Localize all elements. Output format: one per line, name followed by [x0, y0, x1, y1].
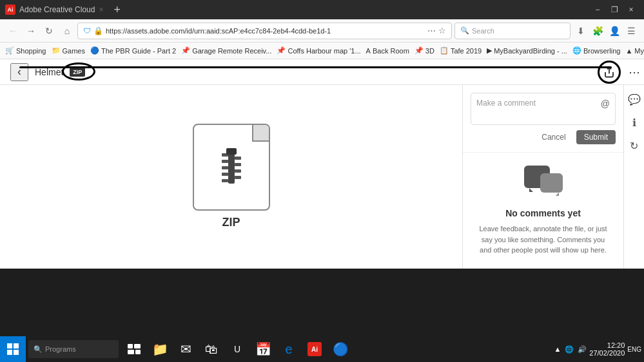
folder-icon: 📁: [52, 46, 61, 55]
svg-rect-4: [222, 166, 228, 169]
svg-rect-10: [235, 176, 241, 179]
svg-rect-15: [14, 350, 19, 355]
file-preview-area: ZIP: [0, 85, 462, 269]
address-actions: ⋯ ☆: [427, 26, 446, 35]
calendar-btn[interactable]: 📅: [250, 336, 276, 362]
forward-btn[interactable]: →: [23, 23, 39, 39]
more-addr-btn[interactable]: ⋯: [427, 26, 436, 35]
chat-icon: [524, 166, 563, 198]
new-tab-btn[interactable]: +: [107, 0, 127, 19]
bookmarks-bar: 🛒Shopping 📁Games 🔵The PBR Guide - Part 2…: [0, 43, 644, 59]
menu-btn[interactable]: ☰: [623, 23, 639, 39]
window-controls: − ❐ ×: [590, 2, 639, 17]
garage-icon: 📌: [181, 46, 190, 55]
taskbar: 🔍 Programs 📁 ✉ 🛍 U 📅 e Ai 🔵 ▲ 🌐 🔊 12:20 …: [0, 336, 644, 362]
ue4-btn[interactable]: U: [224, 336, 250, 362]
zip-file-preview: ZIP: [193, 124, 270, 229]
threed-icon: 📌: [415, 46, 424, 55]
bookmark-garage[interactable]: 📌Garage Remote Receiv...: [181, 46, 271, 55]
taskbar-search[interactable]: 🔍 Programs: [28, 340, 119, 358]
mail-btn[interactable]: ✉: [173, 336, 199, 362]
comment-input-box[interactable]: Make a comment @: [471, 93, 616, 125]
adobe-logo: Ai: [5, 5, 15, 15]
right-sidebar: 💬 ℹ ↻: [623, 85, 644, 269]
right-panel: Make a comment @ Cancel Submit No commen…: [462, 85, 623, 269]
url-text: https://assets.adobe.com/id/urn:aaid:scA…: [106, 27, 425, 35]
bookmark-tafe[interactable]: 📋Tafe 2019: [440, 46, 482, 55]
nav-right-buttons: ⬇ 🧩 👤 ☰: [573, 23, 639, 39]
close-btn[interactable]: ×: [623, 2, 639, 17]
maximize-btn[interactable]: ❐: [607, 2, 622, 17]
bookmark-3d[interactable]: 📌3D: [415, 46, 434, 55]
no-comments-area: No comments yet Leave feedback, annotate…: [463, 153, 623, 269]
svg-rect-18: [128, 350, 134, 354]
zip-file-icon: [193, 124, 270, 211]
network-icon: 🌐: [565, 345, 574, 354]
chat-bubble-2: [540, 173, 563, 193]
bookmark-coffs[interactable]: 📌Coffs Harbour map '1...: [277, 46, 360, 55]
svg-rect-17: [134, 344, 141, 348]
account-btn[interactable]: 👤: [607, 23, 622, 39]
bookmark-browserling[interactable]: 🌐Browserling: [572, 46, 620, 55]
svg-rect-19: [135, 350, 141, 354]
main-content: ZIP Make a comment @ Cancel Submit No co…: [0, 85, 644, 269]
svg-rect-8: [235, 163, 241, 166]
download-btn[interactable]: ⬇: [573, 23, 589, 39]
bookmark-backroom[interactable]: ABack Room: [366, 47, 409, 55]
up-arrow-icon[interactable]: ▲: [554, 345, 561, 353]
search-icon: 🔍: [460, 26, 469, 35]
birding-icon: ▶: [487, 46, 492, 55]
at-mention-icon: @: [601, 99, 610, 109]
highlight-annotation-line: [19, 66, 612, 68]
info-sidebar-btn[interactable]: ℹ: [625, 113, 643, 131]
content-top-bar: ‹ Helmet ZIP ⋯: [0, 59, 644, 85]
no-comments-description: Leave feedback, annotate the file, or ju…: [476, 224, 610, 256]
refresh-btn[interactable]: ↻: [41, 23, 57, 39]
bookmark-star-btn[interactable]: ☆: [438, 26, 446, 35]
browser-icon: 🌐: [572, 46, 581, 55]
bookmark-games[interactable]: 📁Games: [52, 46, 85, 55]
svg-rect-5: [222, 173, 228, 176]
blender-btn[interactable]: 🔵: [327, 336, 353, 362]
tab-close-btn[interactable]: ×: [99, 5, 103, 14]
cancel-comment-btn[interactable]: Cancel: [536, 130, 571, 144]
task-view-btn[interactable]: [121, 336, 147, 362]
submit-comment-btn[interactable]: Submit: [576, 130, 616, 144]
back-btn[interactable]: ←: [5, 23, 21, 39]
bookmark-birding[interactable]: ▶MyBackyardBirding - ...: [487, 46, 567, 55]
file-explorer-btn[interactable]: 📁: [147, 336, 173, 362]
svg-rect-9: [235, 169, 241, 173]
minimize-btn[interactable]: −: [590, 2, 605, 17]
bookmark-pbr[interactable]: 🔵The PBR Guide - Part 2: [90, 46, 176, 55]
nav-bar: ← → ↻ ⌂ 🛡 🔒 https://assets.adobe.com/id/…: [0, 19, 644, 43]
svg-rect-13: [14, 343, 19, 348]
comment-placeholder: Make a comment: [476, 99, 601, 108]
address-bar[interactable]: 🛡 🔒 https://assets.adobe.com/id/urn:aaid…: [77, 23, 452, 39]
comment-actions: Cancel Submit: [471, 130, 616, 144]
tab-label: Adobe Creative Cloud: [19, 5, 95, 14]
coffs-icon: 📌: [277, 46, 286, 55]
store-btn[interactable]: 🛍: [199, 336, 224, 362]
drive-icon: ▲: [625, 47, 632, 55]
edge-btn[interactable]: e: [276, 336, 302, 362]
system-tray: ▲ 🌐 🔊: [554, 345, 587, 354]
activity-sidebar-btn[interactable]: ↻: [625, 137, 643, 155]
adobe-taskbar-btn[interactable]: Ai: [302, 336, 327, 362]
start-btn[interactable]: [0, 336, 26, 362]
bookmark-drive[interactable]: ▲My Drive: [625, 47, 644, 55]
file-back-btn[interactable]: ‹: [10, 63, 28, 81]
svg-rect-3: [222, 160, 228, 163]
title-bar: Ai Adobe Creative Cloud × + − ❐ ×: [0, 0, 644, 19]
more-options-btn[interactable]: ⋯: [629, 65, 640, 79]
a-icon: A: [366, 47, 371, 55]
windows-icon: [7, 343, 19, 355]
no-comments-title: No comments yet: [505, 208, 581, 218]
comments-sidebar-btn[interactable]: 💬: [625, 90, 643, 108]
home-btn[interactable]: ⌂: [59, 23, 75, 39]
bookmark-shopping[interactable]: 🛒Shopping: [5, 46, 46, 55]
extensions-btn[interactable]: 🧩: [590, 23, 605, 39]
share-button[interactable]: [598, 61, 621, 84]
zip-badge-highlight: [62, 62, 95, 81]
search-icon-taskbar: 🔍: [34, 345, 43, 354]
search-bar[interactable]: 🔍 Search: [454, 23, 571, 39]
